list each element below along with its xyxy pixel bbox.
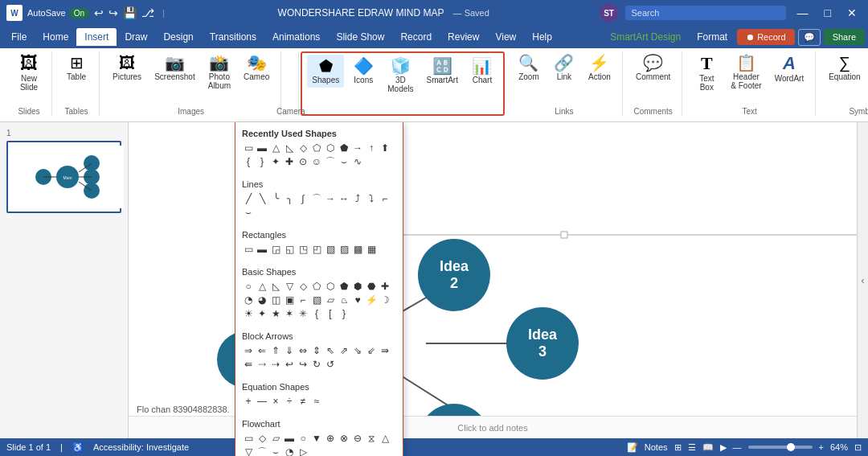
3d-models-button[interactable]: 🧊 3DModels	[383, 55, 418, 97]
flow-extract[interactable]: △	[379, 432, 391, 445]
flow-terminal[interactable]: ▬	[283, 432, 296, 445]
wordart-button[interactable]: A WordArt	[770, 51, 809, 86]
shape-star4[interactable]: ✦	[269, 155, 282, 168]
basic-half-frame[interactable]: ▣	[283, 294, 296, 306]
line-curved-arrow[interactable]: ⤴	[351, 192, 364, 205]
zoom-slider[interactable]	[748, 446, 813, 449]
line-s[interactable]: ∫	[297, 192, 309, 205]
menu-draw[interactable]: Draw	[117, 28, 155, 46]
basic-corner[interactable]: ⌐	[297, 294, 309, 306]
arrow-circular[interactable]: ↻	[310, 358, 323, 371]
line-straight[interactable]: ╱	[242, 192, 255, 205]
shape-brace[interactable]: ⌒	[324, 155, 337, 168]
basic-rtri2[interactable]: ◺	[269, 280, 282, 293]
rect-round1corner[interactable]: ◱	[283, 243, 296, 256]
arrow-diag-ne[interactable]: ⇗	[338, 344, 350, 357]
line-arrow[interactable]: →	[324, 192, 337, 205]
basic-star8[interactable]: ✳	[297, 307, 309, 320]
shape-darrow2[interactable]: ⬆	[379, 142, 391, 154]
shape-pentagon[interactable]: ⬠	[310, 142, 323, 154]
shape-arc[interactable]: ⌣	[338, 155, 350, 168]
flow-decision[interactable]: ◇	[256, 432, 268, 445]
eq-plus[interactable]: +	[242, 395, 255, 408]
line-elbow[interactable]: ⌐	[379, 192, 391, 205]
basic-rtriangle[interactable]: △	[256, 280, 268, 293]
basic-star5[interactable]: ★	[269, 307, 282, 320]
cameo-button[interactable]: 🎭 Cameo	[239, 51, 274, 84]
basic-pie[interactable]: ◕	[256, 294, 268, 306]
notes-button[interactable]: 📝	[627, 442, 638, 453]
shape-rtriangle[interactable]: ◺	[283, 142, 296, 154]
shape-triangle[interactable]: △	[269, 142, 282, 154]
textbox-button[interactable]: T TextBox	[690, 51, 723, 95]
share-button[interactable]: Share	[824, 29, 865, 45]
shape-curly[interactable]: {	[242, 155, 255, 168]
arrow-up[interactable]: ⇑	[269, 344, 282, 357]
shape-flow[interactable]: ⊙	[297, 155, 309, 168]
view-reading-icon[interactable]: 📖	[702, 442, 714, 453]
node-idea3[interactable]: Idea3	[506, 307, 579, 380]
menu-transitions[interactable]: Transitions	[202, 28, 264, 46]
flow-merge[interactable]: ▽	[242, 446, 255, 456]
line-darrow[interactable]: ↔	[338, 192, 350, 205]
eq-notequal[interactable]: ≠	[297, 395, 309, 408]
arrow-updown[interactable]: ⇕	[310, 344, 323, 357]
icons-button[interactable]: 🔷 Icons	[347, 55, 379, 88]
flow-sort[interactable]: ⧖	[365, 432, 378, 445]
line-angle[interactable]: ╲	[256, 192, 268, 205]
basic-bracket[interactable]: [	[324, 307, 337, 320]
line-curve2[interactable]: ╮	[283, 192, 296, 205]
eq-times[interactable]: ×	[269, 395, 282, 408]
comment-button[interactable]: 💬 Comment	[631, 51, 675, 84]
basic-isosceles[interactable]: ▽	[283, 280, 296, 293]
shape-hex[interactable]: ⬡	[324, 142, 337, 154]
basic-trapezoid[interactable]: ⏢	[338, 294, 350, 306]
smartart-design-tab[interactable]: SmartArt Design	[604, 28, 687, 46]
new-slide-button[interactable]: 🖼 NewSlide	[13, 51, 45, 95]
basic-hept[interactable]: ⬟	[338, 280, 350, 293]
menu-slideshow[interactable]: Slide Show	[328, 28, 392, 46]
arrow-down[interactable]: ⇓	[283, 344, 296, 357]
arrow-right[interactable]: ⇒	[242, 344, 255, 357]
maximize-button[interactable]: □	[820, 5, 836, 21]
basic-pentagon[interactable]: ⬠	[310, 280, 323, 293]
eq-approx[interactable]: ≈	[310, 395, 323, 408]
flow-connector[interactable]: ○	[297, 432, 309, 445]
line-curve[interactable]: ╰	[269, 192, 282, 205]
action-button[interactable]: ⚡ Action	[583, 51, 616, 84]
menu-review[interactable]: Review	[440, 28, 487, 46]
basic-star4[interactable]: ✦	[256, 307, 268, 320]
line-curved-arrow2[interactable]: ⤵	[365, 192, 378, 205]
shape-rect[interactable]: ▭	[242, 142, 255, 154]
basic-star6[interactable]: ✶	[283, 307, 296, 320]
eq-divide[interactable]: ÷	[283, 395, 296, 408]
line-z[interactable]: ⌒	[310, 192, 323, 205]
basic-cross[interactable]: ✚	[379, 280, 391, 293]
menu-insert[interactable]: Insert	[76, 28, 117, 46]
flow-data[interactable]: ▱	[269, 432, 282, 445]
basic-hex[interactable]: ⬡	[324, 280, 337, 293]
rect-fold[interactable]: ◳	[297, 243, 309, 256]
flow-sumjunction[interactable]: ⊕	[324, 432, 337, 445]
flow-collate[interactable]: ⊖	[351, 432, 364, 445]
flow-store[interactable]: ▷	[297, 446, 309, 456]
view-slideshow-icon[interactable]: ▶	[720, 442, 727, 453]
basic-parallelogram[interactable]: ▱	[324, 294, 337, 306]
basic-brace[interactable]: {	[310, 307, 323, 320]
fit-slide-button[interactable]: ⊡	[854, 442, 862, 453]
undo-icon[interactable]: ↩	[94, 6, 104, 19]
shape-smile[interactable]: ☺	[310, 155, 323, 168]
redo-icon[interactable]: ↪	[108, 6, 118, 19]
shape-oct[interactable]: ⬟	[338, 142, 350, 154]
comments-button[interactable]: 💬	[798, 29, 821, 46]
arrow-u-right[interactable]: ↩	[283, 358, 296, 371]
arrow-quad[interactable]: ⇖	[324, 344, 337, 357]
line-freeform[interactable]: ⌣	[242, 206, 255, 219]
branch-icon[interactable]: ⎇	[141, 6, 154, 19]
eq-minus[interactable]: —	[256, 395, 268, 408]
shape-uarrow[interactable]: ↑	[365, 142, 378, 154]
table-button[interactable]: ⊞ Table	[60, 51, 92, 84]
arrow-leftright[interactable]: ⇔	[297, 344, 309, 357]
basic-oval[interactable]: ○	[242, 280, 255, 293]
basic-curlybracket[interactable]: }	[338, 307, 350, 320]
